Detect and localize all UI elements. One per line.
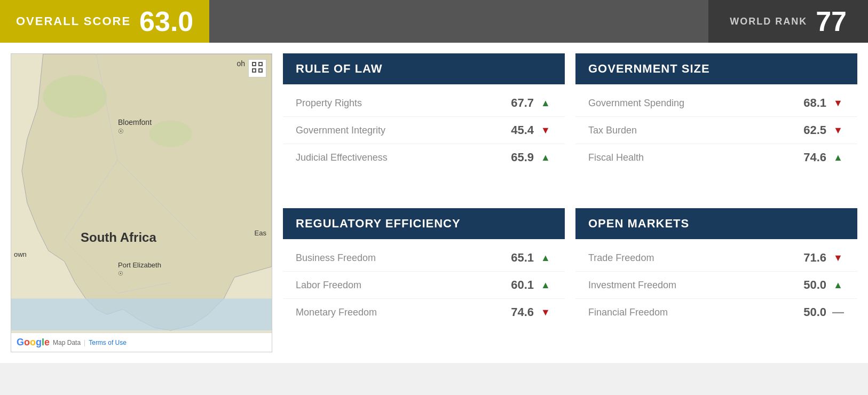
government-size-section: GOVERNMENT SIZE Government Spending 68.1… xyxy=(575,53,857,198)
financial-freedom-score: 50.0 xyxy=(797,305,826,319)
investment-freedom-arrow: ▲ xyxy=(832,280,845,291)
map-label-bloemfontein: Bloemfont ☉ xyxy=(118,118,152,135)
open-markets-items: Trade Freedom 71.6 ▼ Investment Freedom … xyxy=(575,239,857,331)
labor-freedom-arrow: ▲ xyxy=(539,280,552,291)
tax-burden-arrow: ▼ xyxy=(832,125,845,136)
header-middle xyxy=(209,0,708,43)
overall-score-section: OVERALL SCORE 63.0 xyxy=(0,0,209,43)
header: OVERALL SCORE 63.0 WORLD RANK 77 xyxy=(0,0,868,43)
judicial-effectiveness-item: Judicial Effectiveness 65.9 ▲ xyxy=(283,144,565,171)
judicial-effectiveness-label: Judicial Effectiveness xyxy=(296,152,504,163)
business-freedom-arrow: ▲ xyxy=(539,252,552,264)
financial-freedom-item: Financial Freedom 50.0 — xyxy=(575,299,857,326)
regulatory-efficiency-section: REGULATORY EFFICIENCY Business Freedom 6… xyxy=(283,208,565,352)
terms-label: Terms of Use xyxy=(89,339,127,346)
tax-burden-item: Tax Burden 62.5 ▼ xyxy=(575,117,857,144)
map-data-label: Map Data xyxy=(53,339,81,346)
investment-freedom-label: Investment Freedom xyxy=(588,280,797,291)
government-integrity-item: Government Integrity 45.4 ▼ xyxy=(283,117,565,144)
google-logo: Google xyxy=(17,337,50,348)
monetary-freedom-item: Monetary Freedom 74.6 ▼ xyxy=(283,299,565,326)
labor-freedom-score: 60.1 xyxy=(504,278,534,292)
rule-of-law-section: RULE OF LAW Property Rights 67.7 ▲ Gover… xyxy=(283,53,565,198)
overall-score-value: 63.0 xyxy=(139,5,193,37)
svg-point-2 xyxy=(43,75,107,118)
map-expand-button[interactable] xyxy=(248,59,266,77)
world-rank-section: WORLD RANK 77 xyxy=(708,0,868,43)
right-panel: RULE OF LAW Property Rights 67.7 ▲ Gover… xyxy=(283,53,857,352)
map-google-bar: Google Map Data | Terms of Use xyxy=(11,333,272,352)
monetary-freedom-label: Monetary Freedom xyxy=(296,307,504,318)
rule-of-law-items: Property Rights 67.7 ▲ Government Integr… xyxy=(283,84,565,176)
regulatory-efficiency-items: Business Freedom 65.1 ▲ Labor Freedom 60… xyxy=(283,239,565,331)
map-container: oh Bloemfont ☉ South Africa Eas own Port xyxy=(11,53,272,352)
trade-freedom-arrow: ▼ xyxy=(832,252,845,264)
government-integrity-arrow: ▼ xyxy=(539,125,552,136)
svg-rect-1 xyxy=(11,298,272,330)
investment-freedom-item: Investment Freedom 50.0 ▲ xyxy=(575,272,857,299)
fiscal-health-label: Fiscal Health xyxy=(588,152,797,163)
map-label-east: Eas xyxy=(255,229,266,237)
government-spending-item: Government Spending 68.1 ▼ xyxy=(575,90,857,117)
trade-freedom-label: Trade Freedom xyxy=(588,252,797,264)
trade-freedom-score: 71.6 xyxy=(797,251,826,265)
svg-rect-9 xyxy=(252,62,256,66)
government-size-items: Government Spending 68.1 ▼ Tax Burden 62… xyxy=(575,84,857,176)
financial-freedom-label: Financial Freedom xyxy=(588,307,797,318)
government-spending-label: Government Spending xyxy=(588,98,797,109)
main-content: oh Bloemfont ☉ South Africa Eas own Port xyxy=(0,43,868,363)
monetary-freedom-arrow: ▼ xyxy=(539,307,552,318)
map-label-country: South Africa xyxy=(81,230,156,245)
map-label-own: own xyxy=(14,250,27,258)
labor-freedom-label: Labor Freedom xyxy=(296,280,504,291)
government-integrity-score: 45.4 xyxy=(504,123,534,137)
fiscal-health-arrow: ▲ xyxy=(832,152,845,163)
business-freedom-item: Business Freedom 65.1 ▲ xyxy=(283,244,565,272)
government-integrity-label: Government Integrity xyxy=(296,125,504,136)
rule-of-law-header: RULE OF LAW xyxy=(283,53,565,84)
business-freedom-score: 65.1 xyxy=(504,251,534,265)
svg-rect-12 xyxy=(259,69,262,72)
map-label-port-elizabeth: Port Elizabeth ☉ xyxy=(118,261,161,277)
fiscal-health-item: Fiscal Health 74.6 ▲ xyxy=(575,144,857,171)
svg-point-3 xyxy=(149,121,192,147)
world-rank-value: 77 xyxy=(816,5,847,37)
tax-burden-label: Tax Burden xyxy=(588,125,797,136)
business-freedom-label: Business Freedom xyxy=(296,252,504,264)
fiscal-health-score: 74.6 xyxy=(797,151,826,164)
separator: | xyxy=(84,339,85,346)
open-markets-section: OPEN MARKETS Trade Freedom 71.6 ▼ Invest… xyxy=(575,208,857,352)
property-rights-arrow: ▲ xyxy=(539,98,552,109)
property-rights-score: 67.7 xyxy=(504,96,534,110)
tax-burden-score: 62.5 xyxy=(797,123,826,137)
open-markets-header: OPEN MARKETS xyxy=(575,208,857,239)
judicial-effectiveness-arrow: ▲ xyxy=(539,152,552,163)
trade-freedom-item: Trade Freedom 71.6 ▼ xyxy=(575,244,857,272)
government-size-header: GOVERNMENT SIZE xyxy=(575,53,857,84)
government-spending-score: 68.1 xyxy=(797,96,826,110)
svg-rect-10 xyxy=(259,62,262,66)
property-rights-item: Property Rights 67.7 ▲ xyxy=(283,90,565,117)
svg-rect-11 xyxy=(252,69,256,72)
judicial-effectiveness-score: 65.9 xyxy=(504,151,534,164)
world-rank-label: WORLD RANK xyxy=(730,16,807,27)
financial-freedom-arrow: — xyxy=(832,305,845,319)
government-spending-arrow: ▼ xyxy=(832,98,845,109)
regulatory-efficiency-header: REGULATORY EFFICIENCY xyxy=(283,208,565,239)
map-label-oh: oh xyxy=(236,59,245,68)
labor-freedom-item: Labor Freedom 60.1 ▲ xyxy=(283,272,565,299)
property-rights-label: Property Rights xyxy=(296,98,504,109)
overall-score-label: OVERALL SCORE xyxy=(16,14,131,28)
investment-freedom-score: 50.0 xyxy=(797,278,826,292)
monetary-freedom-score: 74.6 xyxy=(504,305,534,319)
